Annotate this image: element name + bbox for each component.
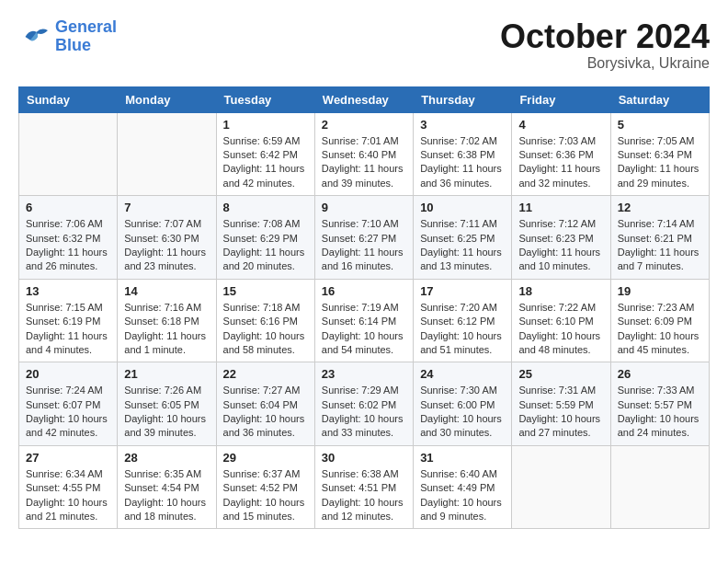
calendar-cell: 16Sunrise: 7:19 AM Sunset: 6:14 PM Dayli… [314,279,413,362]
location: Borysivka, Ukraine [500,55,710,72]
weekday-header-wednesday: Wednesday [314,86,413,112]
weekday-header-thursday: Thursday [414,86,512,112]
day-number: 15 [223,284,308,298]
cell-info: Sunrise: 7:03 AM Sunset: 6:36 PM Dayligh… [518,134,603,191]
cell-info: Sunrise: 6:40 AM Sunset: 4:49 PM Dayligh… [420,467,505,524]
cell-info: Sunrise: 7:27 AM Sunset: 6:04 PM Dayligh… [223,384,308,441]
day-number: 18 [518,284,603,298]
day-number: 9 [322,201,406,214]
cell-info: Sunrise: 7:24 AM Sunset: 6:07 PM Dayligh… [26,384,110,441]
cell-info: Sunrise: 7:14 AM Sunset: 6:21 PM Dayligh… [618,217,702,274]
cell-info: Sunrise: 7:12 AM Sunset: 6:23 PM Dayligh… [518,217,603,274]
day-number: 22 [223,367,308,381]
calendar-cell: 19Sunrise: 7:23 AM Sunset: 6:09 PM Dayli… [610,279,709,362]
day-number: 6 [26,201,110,214]
weekday-header-monday: Monday [118,86,216,112]
cell-info: Sunrise: 7:05 AM Sunset: 6:34 PM Dayligh… [618,134,702,191]
calendar-week-2: 6Sunrise: 7:06 AM Sunset: 6:32 PM Daylig… [19,196,710,280]
cell-info: Sunrise: 7:16 AM Sunset: 6:18 PM Dayligh… [124,301,209,358]
day-number: 20 [26,367,110,381]
weekday-header-friday: Friday [512,86,610,112]
day-number: 21 [124,367,209,381]
calendar-week-1: 1Sunrise: 6:59 AM Sunset: 6:42 PM Daylig… [19,112,710,196]
calendar-cell: 4Sunrise: 7:03 AM Sunset: 6:36 PM Daylig… [512,112,610,196]
cell-info: Sunrise: 7:06 AM Sunset: 6:32 PM Dayligh… [26,217,110,274]
title-block: October 2024 Borysivka, Ukraine [500,18,710,72]
calendar-cell: 10Sunrise: 7:11 AM Sunset: 6:25 PM Dayli… [414,196,512,280]
day-number: 24 [420,367,505,381]
day-number: 3 [420,118,505,132]
calendar-cell: 28Sunrise: 6:35 AM Sunset: 4:54 PM Dayli… [118,445,216,529]
day-number: 8 [223,201,308,214]
day-number: 16 [322,284,406,298]
calendar-cell: 24Sunrise: 7:30 AM Sunset: 6:00 PM Dayli… [414,362,512,446]
day-number: 31 [420,451,505,465]
cell-info: Sunrise: 7:01 AM Sunset: 6:40 PM Dayligh… [322,134,406,191]
calendar-cell [118,112,216,196]
calendar-cell: 30Sunrise: 6:38 AM Sunset: 4:51 PM Dayli… [314,445,413,529]
cell-info: Sunrise: 7:26 AM Sunset: 6:05 PM Dayligh… [124,384,209,441]
day-number: 7 [124,201,209,214]
calendar-cell: 31Sunrise: 6:40 AM Sunset: 4:49 PM Dayli… [414,445,512,529]
day-number: 14 [124,284,209,298]
calendar-cell [610,445,709,529]
cell-info: Sunrise: 7:15 AM Sunset: 6:19 PM Dayligh… [26,301,110,358]
day-number: 2 [322,118,406,132]
cell-info: Sunrise: 7:11 AM Sunset: 6:25 PM Dayligh… [420,217,505,274]
calendar-cell [19,112,118,196]
calendar-cell: 5Sunrise: 7:05 AM Sunset: 6:34 PM Daylig… [610,112,709,196]
day-number: 10 [420,201,505,214]
calendar-cell: 12Sunrise: 7:14 AM Sunset: 6:21 PM Dayli… [610,196,709,280]
day-number: 1 [223,118,308,132]
cell-info: Sunrise: 6:34 AM Sunset: 4:55 PM Dayligh… [26,467,110,524]
calendar-cell: 22Sunrise: 7:27 AM Sunset: 6:04 PM Dayli… [216,362,314,446]
cell-info: Sunrise: 7:23 AM Sunset: 6:09 PM Dayligh… [618,301,702,358]
calendar-table: SundayMondayTuesdayWednesdayThursdayFrid… [18,86,710,530]
day-number: 17 [420,284,505,298]
calendar-cell: 21Sunrise: 7:26 AM Sunset: 6:05 PM Dayli… [118,362,216,446]
calendar-cell: 26Sunrise: 7:33 AM Sunset: 5:57 PM Dayli… [610,362,709,446]
logo-icon [18,24,51,50]
day-number: 5 [618,118,702,132]
page-header: General Blue October 2024 Borysivka, Ukr… [18,18,710,72]
day-number: 12 [618,201,702,214]
calendar-cell: 11Sunrise: 7:12 AM Sunset: 6:23 PM Dayli… [512,196,610,280]
cell-info: Sunrise: 7:31 AM Sunset: 5:59 PM Dayligh… [518,384,603,441]
day-number: 23 [322,367,406,381]
weekday-header-saturday: Saturday [610,86,709,112]
calendar-cell: 2Sunrise: 7:01 AM Sunset: 6:40 PM Daylig… [314,112,413,196]
cell-info: Sunrise: 7:08 AM Sunset: 6:29 PM Dayligh… [223,217,308,274]
logo-text: General Blue [55,18,117,55]
calendar-cell: 7Sunrise: 7:07 AM Sunset: 6:30 PM Daylig… [118,196,216,280]
cell-info: Sunrise: 7:19 AM Sunset: 6:14 PM Dayligh… [322,301,406,358]
cell-info: Sunrise: 7:07 AM Sunset: 6:30 PM Dayligh… [124,217,209,274]
weekday-header-row: SundayMondayTuesdayWednesdayThursdayFrid… [19,86,710,112]
calendar-cell: 17Sunrise: 7:20 AM Sunset: 6:12 PM Dayli… [414,279,512,362]
day-number: 19 [618,284,702,298]
calendar-cell: 8Sunrise: 7:08 AM Sunset: 6:29 PM Daylig… [216,196,314,280]
weekday-header-tuesday: Tuesday [216,86,314,112]
calendar-cell: 13Sunrise: 7:15 AM Sunset: 6:19 PM Dayli… [19,279,118,362]
calendar-cell: 27Sunrise: 6:34 AM Sunset: 4:55 PM Dayli… [19,445,118,529]
day-number: 26 [618,367,702,381]
calendar-cell: 25Sunrise: 7:31 AM Sunset: 5:59 PM Dayli… [512,362,610,446]
logo: General Blue [18,18,117,55]
cell-info: Sunrise: 7:30 AM Sunset: 6:00 PM Dayligh… [420,384,505,441]
calendar-cell: 3Sunrise: 7:02 AM Sunset: 6:38 PM Daylig… [414,112,512,196]
calendar-cell: 9Sunrise: 7:10 AM Sunset: 6:27 PM Daylig… [314,196,413,280]
day-number: 25 [518,367,603,381]
calendar-cell: 18Sunrise: 7:22 AM Sunset: 6:10 PM Dayli… [512,279,610,362]
calendar-cell: 1Sunrise: 6:59 AM Sunset: 6:42 PM Daylig… [216,112,314,196]
day-number: 30 [322,451,406,465]
day-number: 28 [124,451,209,465]
day-number: 4 [518,118,603,132]
cell-info: Sunrise: 7:20 AM Sunset: 6:12 PM Dayligh… [420,301,505,358]
cell-info: Sunrise: 7:33 AM Sunset: 5:57 PM Dayligh… [618,384,702,441]
calendar-cell: 14Sunrise: 7:16 AM Sunset: 6:18 PM Dayli… [118,279,216,362]
cell-info: Sunrise: 6:38 AM Sunset: 4:51 PM Dayligh… [322,467,406,524]
cell-info: Sunrise: 7:29 AM Sunset: 6:02 PM Dayligh… [322,384,406,441]
calendar-week-5: 27Sunrise: 6:34 AM Sunset: 4:55 PM Dayli… [19,445,710,529]
cell-info: Sunrise: 7:02 AM Sunset: 6:38 PM Dayligh… [420,134,505,191]
day-number: 11 [518,201,603,214]
calendar-cell: 20Sunrise: 7:24 AM Sunset: 6:07 PM Dayli… [19,362,118,446]
